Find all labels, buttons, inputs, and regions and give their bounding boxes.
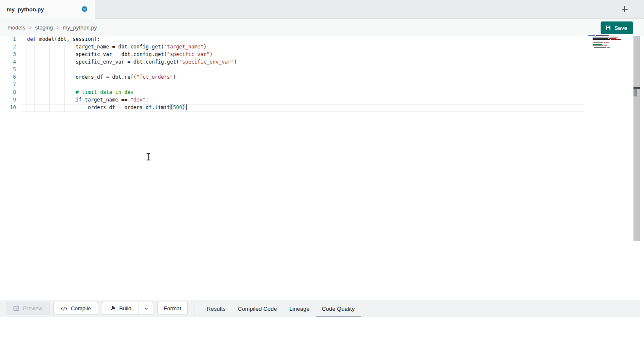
line-number: 1 xyxy=(0,36,16,44)
compile-code-icon xyxy=(61,306,67,311)
preview-button[interactable]: Preview xyxy=(6,302,50,315)
breadcrumb-separator-icon: > xyxy=(29,24,32,31)
toolbar-divider xyxy=(195,301,195,317)
minimap[interactable] xyxy=(588,35,631,48)
code-line[interactable]: specific_env_var = dbt.config.get("speci… xyxy=(27,59,237,67)
breadcrumb-bar: models > staging > my_python.py Save xyxy=(0,19,644,36)
line-number: 5 xyxy=(0,67,16,74)
right-edge-strip xyxy=(640,0,644,360)
scrollbar-cursor-marker-tail xyxy=(633,89,637,96)
bottom-toolbar: Preview Compile Build xyxy=(0,300,640,317)
line-number: 2 xyxy=(0,44,16,51)
gutter: 12345678910 xyxy=(0,36,16,112)
build-button-label: Build xyxy=(119,305,131,312)
panel-content xyxy=(0,317,640,360)
plus-icon xyxy=(620,5,629,13)
save-floppy-icon xyxy=(605,25,611,31)
text-caret xyxy=(186,104,187,110)
tab-code-quality[interactable]: Code Quality xyxy=(322,300,355,317)
dbt-ide-window: my_python.py models > staging > my_pytho… xyxy=(0,0,644,360)
breadcrumb-item-file[interactable]: my_python.py xyxy=(63,24,97,31)
tab-results[interactable]: Results xyxy=(206,300,225,317)
new-tab-button[interactable] xyxy=(619,4,630,15)
tab-compiled-code[interactable]: Compiled Code xyxy=(238,300,277,317)
breadcrumb-separator-icon: > xyxy=(56,24,59,31)
build-split-button: Build xyxy=(102,302,153,315)
compile-button-label: Compile xyxy=(71,305,91,312)
code-line[interactable]: if target_name == "dev": xyxy=(27,97,237,104)
compile-button[interactable]: Compile xyxy=(53,302,98,315)
code-line[interactable]: orders_df = dbt.ref("fct_orders") xyxy=(27,74,237,82)
build-hammer-icon xyxy=(110,305,116,312)
code-line[interactable]: target_name = dbt.config.get("target_nam… xyxy=(27,44,237,51)
line-number: 4 xyxy=(0,59,16,67)
preview-button-label: Preview xyxy=(23,305,42,312)
format-button[interactable]: Format xyxy=(157,302,188,315)
editor-scrollbar[interactable] xyxy=(633,36,640,241)
line-number: 8 xyxy=(0,89,16,97)
build-options-button[interactable] xyxy=(139,302,153,315)
breadcrumb: models > staging > my_python.py xyxy=(0,24,97,31)
preview-grid-icon xyxy=(13,305,19,312)
save-button[interactable]: Save xyxy=(601,21,633,34)
line-number: 3 xyxy=(0,51,16,59)
format-button-label: Format xyxy=(164,305,181,312)
code-editor[interactable]: 12345678910 def model(dbt, session): tar… xyxy=(0,36,640,299)
breadcrumb-item-models[interactable]: models xyxy=(8,24,25,31)
file-tab-my-python[interactable]: my_python.py xyxy=(0,0,95,19)
line-number: 10 xyxy=(0,104,16,112)
code-lines[interactable]: def model(dbt, session): target_name = d… xyxy=(27,36,237,112)
code-line[interactable] xyxy=(27,67,237,74)
chevron-down-icon xyxy=(143,306,149,312)
code-line[interactable]: specific_var = dbt.config.get("specific_… xyxy=(27,51,237,59)
unsaved-indicator-icon xyxy=(82,6,87,12)
code-line[interactable]: # limit data in dev xyxy=(27,89,237,97)
editor-tab-bar: my_python.py xyxy=(0,0,644,19)
code-line[interactable] xyxy=(27,82,237,89)
line-number: 6 xyxy=(0,74,16,82)
code-line[interactable]: def model(dbt, session): xyxy=(27,36,237,44)
build-button[interactable]: Build xyxy=(102,302,139,315)
line-number: 7 xyxy=(0,82,16,89)
mouse-ibeam-cursor xyxy=(146,153,151,160)
save-button-label: Save xyxy=(615,25,627,31)
tab-lineage[interactable]: Lineage xyxy=(289,300,310,317)
breadcrumb-item-staging[interactable]: staging xyxy=(35,24,53,31)
file-tab-label: my_python.py xyxy=(7,6,44,13)
line-number: 9 xyxy=(0,97,16,104)
code-line[interactable]: orders_df = orders_df.limit(500) xyxy=(27,104,237,112)
